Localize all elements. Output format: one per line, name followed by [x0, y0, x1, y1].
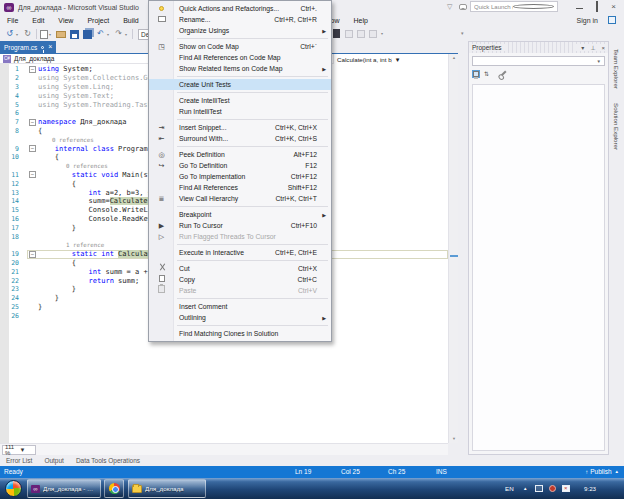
side-tab-solution-explorer[interactable]: Solution Explorer [613, 97, 620, 156]
context-menu-items: Quick Actions and Refactorings...Ctrl+.R… [149, 3, 331, 339]
send-feedback-icon[interactable] [459, 4, 467, 10]
editor-vertical-scrollbar[interactable]: ▲ ▼ [448, 54, 458, 443]
menu-item-find-all-references[interactable]: Find All ReferencesShift+F12 [149, 182, 331, 193]
menu-item-outlining[interactable]: Outlining▶ [149, 312, 331, 323]
pin-tab-icon[interactable] [41, 46, 44, 49]
menu-item-create-unit-tests[interactable]: Create Unit Tests [149, 79, 331, 90]
properties-grid[interactable] [472, 84, 605, 451]
property-pages-icon[interactable] [499, 70, 506, 77]
tray-action-center-icon[interactable] [562, 485, 570, 492]
redo-dropdown-icon[interactable]: ▾ [125, 32, 130, 37]
window-position-icon[interactable]: ▾ [578, 44, 587, 51]
sign-in-link[interactable]: Sign in [577, 14, 598, 27]
undo-icon[interactable]: ↶ [94, 28, 107, 40]
properties-header[interactable]: Properties ▾ ⊥ × [469, 42, 608, 53]
close-panel-icon[interactable]: × [598, 45, 608, 51]
pin-icon[interactable]: ⊥ [587, 44, 598, 51]
menu-item-breakpoint[interactable]: Breakpoint▶ [149, 209, 331, 220]
fold-marker-icon[interactable]: − [29, 66, 36, 73]
menu-item-run-intellitest[interactable]: Run IntelliTest [149, 106, 331, 117]
taskbar-folder-button[interactable]: Для_доклада [128, 479, 206, 498]
nav-member-dropdown[interactable]: Calculate(int a, int b) ▼ [333, 54, 452, 64]
new-file-icon[interactable] [40, 30, 48, 39]
menu-item-find-matching-clones-in-solution[interactable]: Find Matching Clones in Solution [149, 328, 331, 339]
menu-item-shortcut: Ctrl+K, Ctrl+X [275, 124, 317, 131]
open-file-icon[interactable] [56, 31, 66, 38]
tray-expand-icon[interactable]: ▲ [523, 478, 527, 499]
menu-item-run-flagged-threads-to-cursor: ▷Run Flagged Threads To Cursor [149, 231, 331, 242]
menu-item-copy[interactable]: CopyCtrl+C [149, 274, 331, 285]
minimize-button[interactable] [571, 0, 588, 13]
menu-item-show-on-code-map[interactable]: ◳Show on Code MapCtrl+` [149, 41, 331, 52]
nav-project-dropdown[interactable]: Для_доклада [14, 55, 54, 62]
submenu-arrow-icon: ▶ [322, 28, 326, 34]
close-tab-icon[interactable]: × [48, 41, 52, 53]
navigate-forward-icon[interactable]: ↻ [21, 28, 34, 40]
alphabetical-sort-icon[interactable]: ⇅ [484, 70, 489, 77]
taskbar-vs-button[interactable]: ∞ Для_доклада - Micr... [27, 479, 101, 498]
new-file-dropdown-icon[interactable]: ▾ [49, 32, 54, 37]
close-button[interactable]: × [605, 0, 622, 13]
menu-item-execute-in-interactive[interactable]: Execute in InteractiveCtrl+E, Ctrl+E [149, 247, 331, 258]
categorized-view-icon[interactable] [472, 70, 480, 78]
taskbar-clock[interactable]: 9:23 [584, 478, 596, 499]
menu-view[interactable]: View [51, 14, 80, 27]
menu-item-rename[interactable]: Rename...Ctrl+R, Ctrl+R [149, 14, 331, 25]
bottom-tab-error-list[interactable]: Error List [0, 457, 38, 464]
menu-item-go-to-implementation[interactable]: Go To ImplementationCtrl+F12 [149, 171, 331, 182]
tray-status-icon[interactable] [549, 485, 556, 492]
menu-help[interactable]: Help [347, 14, 375, 27]
tray-monitor-icon[interactable] [535, 485, 543, 492]
menu-edit[interactable]: Edit [25, 14, 51, 27]
zoom-level-combo[interactable]: 111 % ▼ [2, 445, 36, 455]
taskbar-chrome-button[interactable] [104, 479, 124, 498]
run-flagged-icon: ▷ [149, 231, 174, 242]
line-number: 2 [0, 74, 27, 82]
menu-item-peek-definition[interactable]: ◎Peek DefinitionAlt+F12 [149, 149, 331, 160]
menu-item-cut[interactable]: CutCtrl+X [149, 263, 331, 274]
menu-item-surround-with[interactable]: ⇤Surround With...Ctrl+K, Ctrl+S [149, 133, 331, 144]
menu-item-label: Create IntelliTest [179, 97, 331, 104]
scroll-down-icon[interactable]: ▼ [449, 435, 459, 443]
menu-item-show-related-items-on-code-map[interactable]: Show Related Items on Code Map▶ [149, 63, 331, 74]
menu-item-label: Rename... [179, 16, 274, 23]
menu-item-insert-comment[interactable]: Insert Comment [149, 301, 331, 312]
scroll-up-icon[interactable]: ▲ [449, 54, 459, 62]
menu-build[interactable]: Build [116, 14, 146, 27]
menu-item-view-call-hierarchy[interactable]: ≣View Call HierarchyCtrl+K, Ctrl+T [149, 193, 331, 204]
menu-item-run-to-cursor[interactable]: ▶Run To CursorCtrl+F10 [149, 220, 331, 231]
fold-marker-icon[interactable]: − [29, 251, 36, 258]
side-tab-team-explorer[interactable]: Team Explorer [613, 43, 620, 95]
toolbar-overflow-icon[interactable]: ▾ [461, 30, 464, 36]
bottom-tab-output[interactable]: Output [38, 457, 70, 464]
menu-item-quick-actions-and-refactorings[interactable]: Quick Actions and Refactorings...Ctrl+. [149, 3, 331, 14]
notifications-icon[interactable] [608, 16, 616, 24]
menu-item-insert-snippet[interactable]: ⇥Insert Snippet...Ctrl+K, Ctrl+X [149, 122, 331, 133]
quick-launch-input[interactable]: Quick Launch (Ctrl+Q) [470, 1, 558, 12]
restore-button[interactable] [588, 0, 605, 13]
feedback-filter-icon[interactable]: ▽ [447, 3, 452, 11]
tab-program-cs[interactable]: Program.cs × [0, 41, 56, 53]
publish-button[interactable]: ↑ Publish ▲ [585, 466, 619, 478]
save-icon[interactable] [70, 30, 79, 39]
save-all-icon[interactable] [83, 30, 92, 39]
bottom-tab-data-tools-operations[interactable]: Data Tools Operations [70, 457, 146, 464]
fold-marker-icon[interactable]: − [29, 145, 36, 152]
toolbar-dropdown-icon[interactable]: ▾ [381, 31, 386, 36]
start-button[interactable] [5, 480, 22, 497]
menu-item-create-intellitest[interactable]: Create IntelliTest [149, 95, 331, 106]
menu-project[interactable]: Project [80, 14, 116, 27]
fold-marker-icon[interactable]: − [29, 171, 36, 178]
menu-item-find-all-references-on-code-map[interactable]: Find All References on Code Map [149, 52, 331, 63]
properties-object-combo[interactable]: ▼ [472, 56, 605, 66]
navigate-back-icon[interactable]: ↺ [3, 28, 16, 40]
menu-file[interactable]: File [0, 14, 25, 27]
menu-item-go-to-definition[interactable]: ↪Go To DefinitionF12 [149, 160, 331, 171]
redo-icon[interactable]: ↷ [112, 28, 125, 40]
language-indicator[interactable]: EN [505, 478, 514, 499]
fold-marker-icon[interactable]: − [29, 119, 36, 126]
line-number: 12 [0, 180, 27, 188]
menu-item-organize-usings[interactable]: Organize Usings▶ [149, 25, 331, 36]
solution-configurations-icon[interactable] [333, 29, 340, 38]
properties-title: Properties [469, 44, 506, 51]
